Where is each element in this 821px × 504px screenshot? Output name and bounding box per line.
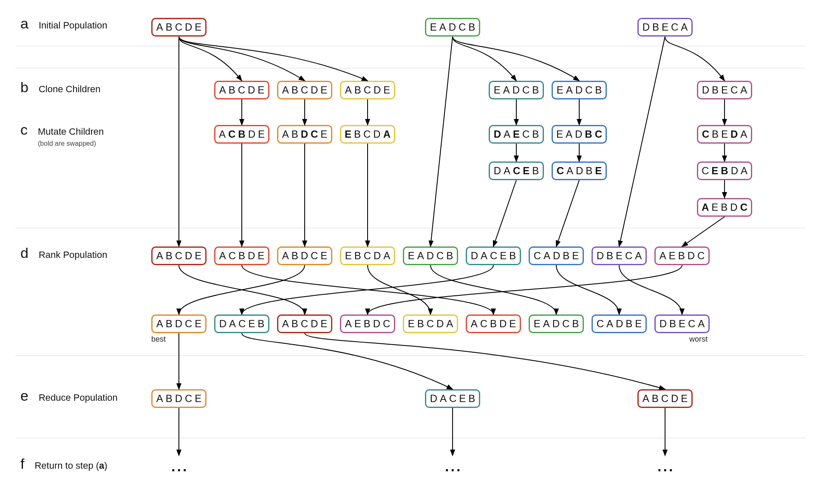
arrow: [665, 37, 725, 81]
genome-c2: ABDCE: [277, 125, 332, 144]
genome-d1: ABCDE: [151, 246, 207, 265]
genome-c5: EADBC: [552, 125, 607, 144]
genome-c6: CBEDA: [697, 125, 752, 144]
genome-d2: ACBDE: [214, 246, 269, 265]
genome-c4: DAECB: [489, 125, 544, 144]
step-label-e: eReduce Population: [20, 388, 118, 404]
genome-r2: DACEB: [214, 314, 269, 333]
arrow: [305, 333, 665, 389]
genome-c5b: CADBE: [552, 161, 607, 180]
genome-r3: ABCDE: [277, 314, 332, 333]
genome-a2: EADCB: [425, 18, 480, 37]
genome-d7: CADBE: [529, 246, 584, 265]
genome-c1: ACBDE: [214, 125, 269, 144]
diagram-canvas: { "colors":{ "darkred":"#b52a1c", "red":…: [0, 0, 821, 504]
genome-e1: ABDCE: [151, 389, 207, 408]
step-label-a: aInitial Population: [20, 15, 107, 32]
arrow: [242, 265, 493, 314]
genome-d8: DBECA: [592, 246, 647, 265]
genome-r5: EBCDA: [403, 314, 458, 333]
step-subtitle: (bold are swapped): [38, 140, 104, 147]
label-best: best: [151, 335, 166, 344]
arrow: [493, 180, 516, 246]
continuation-dots: ...: [445, 458, 462, 475]
genome-a3: DBECA: [637, 18, 693, 37]
arrow: [242, 333, 453, 389]
arrow: [179, 37, 242, 81]
genome-r7: EADCB: [529, 314, 584, 333]
arrow: [179, 37, 305, 81]
step-letter: d: [20, 245, 28, 261]
step-title: Initial Population: [39, 20, 107, 31]
genome-b5: EADCB: [552, 81, 607, 99]
genome-c3: EBCDA: [340, 125, 395, 144]
genome-c4b: DACEB: [489, 161, 544, 180]
arrow: [453, 37, 516, 81]
genome-a1: ABCDE: [151, 18, 207, 37]
step-title: Return to step (a): [34, 460, 107, 471]
genome-e2: DACEB: [425, 389, 480, 408]
label-worst: worst: [689, 335, 708, 344]
arrow: [453, 37, 579, 81]
genome-b4: EADCB: [489, 81, 544, 99]
genome-c6c: AEBDC: [697, 198, 752, 217]
divider: [15, 68, 806, 68]
divider: [15, 228, 806, 228]
arrow: [556, 265, 619, 314]
arrow: [368, 265, 682, 314]
divider: [15, 46, 806, 46]
divider: [15, 355, 806, 356]
genome-d3: ABDCE: [277, 246, 332, 265]
arrow: [368, 265, 430, 314]
step-label-f: fReturn to step (a): [20, 456, 108, 472]
genome-d6: DACEB: [466, 246, 521, 265]
genome-c6b: CEBDA: [697, 161, 752, 180]
arrow: [179, 265, 305, 314]
step-letter: a: [20, 15, 28, 32]
arrow: [242, 265, 493, 314]
continuation-dots: ...: [171, 458, 188, 475]
genome-r6: ACBDE: [466, 314, 521, 333]
genome-d9: AEBDC: [654, 246, 710, 265]
step-label-b: bClone Children: [20, 79, 100, 96]
arrow: [430, 265, 556, 314]
arrow: [556, 180, 579, 246]
step-title: Mutate Children: [38, 126, 104, 137]
step-letter: e: [20, 388, 28, 404]
genome-r4: AEBDC: [340, 314, 395, 333]
arrow: [619, 265, 682, 314]
step-letter: f: [20, 456, 24, 472]
step-letter: b: [20, 79, 28, 96]
genome-d4: EBCDA: [340, 246, 395, 265]
step-letter: c: [20, 122, 28, 138]
step-label-c: cMutate Children(bold are swapped): [20, 122, 104, 147]
step-title: Reduce Population: [39, 392, 118, 403]
genome-b1: ABCDE: [214, 81, 269, 99]
step-title: Clone Children: [39, 84, 101, 95]
arrow: [179, 37, 368, 81]
arrow: [682, 217, 725, 246]
genome-d5: EADCB: [403, 246, 458, 265]
continuation-dots: ...: [657, 458, 674, 475]
genome-b2: ABCDE: [277, 81, 332, 99]
genome-r9: DBECA: [654, 314, 710, 333]
step-label-d: dRank Population: [20, 245, 107, 261]
step-title: Rank Population: [39, 249, 107, 260]
genome-b6: DBECA: [697, 81, 752, 99]
genome-r8: CADBE: [592, 314, 647, 333]
genome-b3: ABCDE: [340, 81, 395, 99]
arrow: [179, 265, 305, 314]
genome-e3: ABCDE: [637, 389, 693, 408]
divider: [15, 438, 806, 438]
genome-r1: ABDCE: [151, 314, 207, 333]
